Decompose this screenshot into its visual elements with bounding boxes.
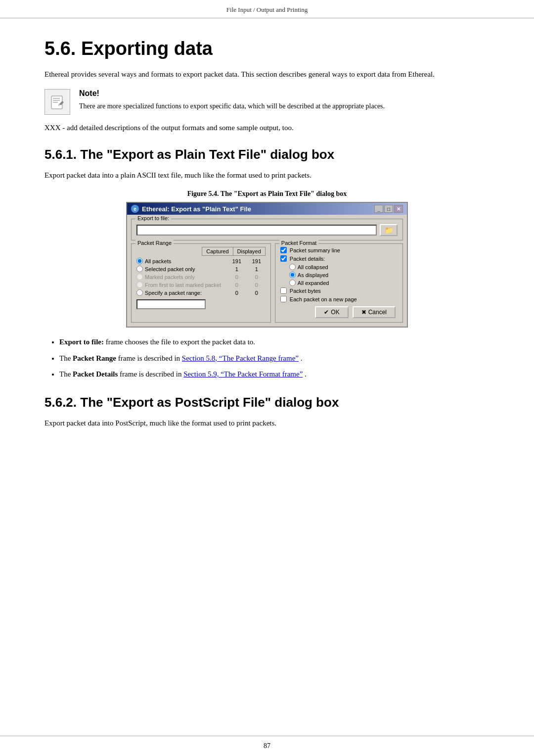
packet-details-checkbox[interactable] xyxy=(280,255,287,262)
ok-button[interactable]: ✔ OK xyxy=(315,306,348,318)
all-collapsed-radio[interactable] xyxy=(289,264,296,270)
bullet-1-bold: Export to file: xyxy=(59,338,104,346)
dialog-titlebar-left: e Ethereal: Export as "Plain Text" File xyxy=(131,205,251,213)
maximize-button[interactable]: □ xyxy=(384,205,393,213)
bullet-2-text1: The xyxy=(59,354,73,362)
section-56-heading: 5.6. Exporting data xyxy=(44,38,490,59)
export-to-file-row: 📁 xyxy=(136,224,398,236)
header-title: File Input / Output and Printing xyxy=(226,6,308,13)
browse-button[interactable]: 📁 xyxy=(380,224,398,236)
all-packets-radio[interactable] xyxy=(136,258,143,264)
dialog-footer: ✔ OK ✖ Cancel xyxy=(280,306,398,318)
as-displayed-radio[interactable] xyxy=(289,272,296,278)
marked-packets-row: Marked packets only 0 0 xyxy=(136,274,266,280)
first-last-marked-row: From first to last marked packet 0 0 xyxy=(136,282,266,288)
section-561-intro: Export packet data into a plain ASCII te… xyxy=(44,169,490,181)
col-headers: Captured Displayed xyxy=(136,247,266,256)
packet-range-frame: Packet Range Captured Displayed All p xyxy=(131,243,271,323)
all-packets-displayed: 191 xyxy=(248,258,266,264)
all-packets-captured: 191 xyxy=(228,258,246,264)
packet-details-link[interactable]: Section 5.9, “The Packet Format frame” xyxy=(183,370,303,378)
dialog-wrapper: e Ethereal: Export as "Plain Text" File … xyxy=(44,202,490,328)
as-displayed-row: As displayed xyxy=(289,272,398,278)
displayed-header[interactable]: Displayed xyxy=(233,247,266,256)
captured-header[interactable]: Captured xyxy=(202,247,232,256)
packet-bytes-label: Packet bytes xyxy=(290,288,321,294)
cancel-button[interactable]: ✖ Cancel xyxy=(353,306,396,318)
summary-line-label: Packet summary line xyxy=(290,247,340,253)
bullet-2-bold: Packet Range xyxy=(73,354,116,362)
bullet-3-bold: Packet Details xyxy=(73,370,118,378)
close-button[interactable]: ✕ xyxy=(394,205,403,213)
export-to-file-label: Export to file: xyxy=(135,215,171,221)
bullet-2-text2: frame is described in xyxy=(118,354,182,362)
note-text: There are more specialized functions to … xyxy=(79,101,490,111)
marked-packets-radio xyxy=(136,274,143,280)
bullet-item-2: The Packet Range frame is described in S… xyxy=(59,353,490,364)
note-box: Note! There are more specialized functio… xyxy=(44,89,490,115)
section-56-intro: Ethereal provides several ways and forma… xyxy=(44,68,490,80)
note-content: Note! There are more specialized functio… xyxy=(79,89,490,111)
marked-packets-label: Marked packets only xyxy=(145,274,195,280)
cancel-label: Cancel xyxy=(368,309,387,316)
minimize-button[interactable]: _ xyxy=(374,205,383,213)
figure-caption: Figure 5.4. The "Export as Plain Text Fi… xyxy=(44,190,490,198)
range-text-input[interactable] xyxy=(136,299,206,309)
all-collapsed-label: All collapsed xyxy=(298,264,328,270)
export-file-input[interactable] xyxy=(136,225,377,236)
section-562-intro: Export packet data into PostScript, much… xyxy=(44,417,490,429)
marked-displayed: 0 xyxy=(248,274,266,280)
specify-displayed: 0 xyxy=(248,290,266,296)
packet-range-link[interactable]: Section 5.8, “The Packet Range frame” xyxy=(182,354,299,362)
specify-captured: 0 xyxy=(228,290,246,296)
bullet-1-text: frame chooses the file to export the pac… xyxy=(106,338,255,346)
all-expanded-radio[interactable] xyxy=(289,280,296,286)
indent-radio-group: All collapsed As displayed All expanded xyxy=(289,264,398,286)
selected-packet-row: Selected packet only 1 1 xyxy=(136,266,266,272)
summary-line-row: Packet summary line xyxy=(280,247,398,253)
section-561-heading: 5.6.1. The "Export as Plain Text File" d… xyxy=(44,147,490,162)
ok-label: OK xyxy=(331,309,339,316)
dialog-box: e Ethereal: Export as "Plain Text" File … xyxy=(126,202,408,328)
each-page-label: Each packet on a new page xyxy=(290,296,357,302)
selected-packet-label: Selected packet only xyxy=(145,266,195,272)
selected-packet-radio[interactable] xyxy=(136,266,143,272)
bullet-list: Export to file: frame chooses the file t… xyxy=(59,336,490,380)
specify-range-row: Specify a packet range: 0 0 xyxy=(136,289,266,296)
all-collapsed-row: All collapsed xyxy=(289,264,398,270)
packet-details-row: Packet details: xyxy=(280,255,398,262)
packet-format-frame: Packet Format Packet summary line Packet… xyxy=(275,243,403,323)
bullet-item-1: Export to file: frame chooses the file t… xyxy=(59,336,490,348)
section-562-heading: 5.6.2. The "Export as PostScript File" d… xyxy=(44,395,490,410)
folder-icon: 📁 xyxy=(385,226,393,234)
packet-details-label: Packet details: xyxy=(290,256,325,262)
all-expanded-label: All expanded xyxy=(298,280,329,286)
all-expanded-row: All expanded xyxy=(289,280,398,286)
selected-captured: 1 xyxy=(228,266,246,272)
note-title: Note! xyxy=(79,89,490,98)
svg-rect-3 xyxy=(53,102,58,103)
ok-icon: ✔ xyxy=(324,309,329,316)
bullet-3-text2: frame is described in xyxy=(120,370,183,378)
each-page-row: Each packet on a new page xyxy=(280,296,398,302)
first-last-displayed: 0 xyxy=(248,282,266,288)
summary-line-checkbox[interactable] xyxy=(280,247,287,253)
selected-displayed: 1 xyxy=(248,266,266,272)
each-page-checkbox[interactable] xyxy=(280,296,287,302)
specify-range-label: Specify a packet range: xyxy=(145,290,202,296)
top-bar: File Input / Output and Printing xyxy=(0,0,534,18)
as-displayed-label: As displayed xyxy=(298,272,328,278)
packet-bytes-checkbox[interactable] xyxy=(280,287,287,294)
all-packets-label: All packets xyxy=(145,258,171,264)
bullet-3-text3: . xyxy=(305,370,307,378)
dialog-title: Ethereal: Export as "Plain Text" File xyxy=(142,205,251,213)
cancel-icon: ✖ xyxy=(361,309,366,316)
packet-format-label: Packet Format xyxy=(279,240,319,246)
two-col-section: Packet Range Captured Displayed All p xyxy=(131,243,403,323)
note-icon xyxy=(44,89,70,115)
all-packets-row: All packets 191 191 xyxy=(136,258,266,264)
packet-bytes-row: Packet bytes xyxy=(280,287,398,294)
specify-range-radio[interactable] xyxy=(136,289,143,296)
first-last-captured: 0 xyxy=(228,282,246,288)
dialog-body: Export to file: 📁 Packet Range xyxy=(127,215,407,327)
